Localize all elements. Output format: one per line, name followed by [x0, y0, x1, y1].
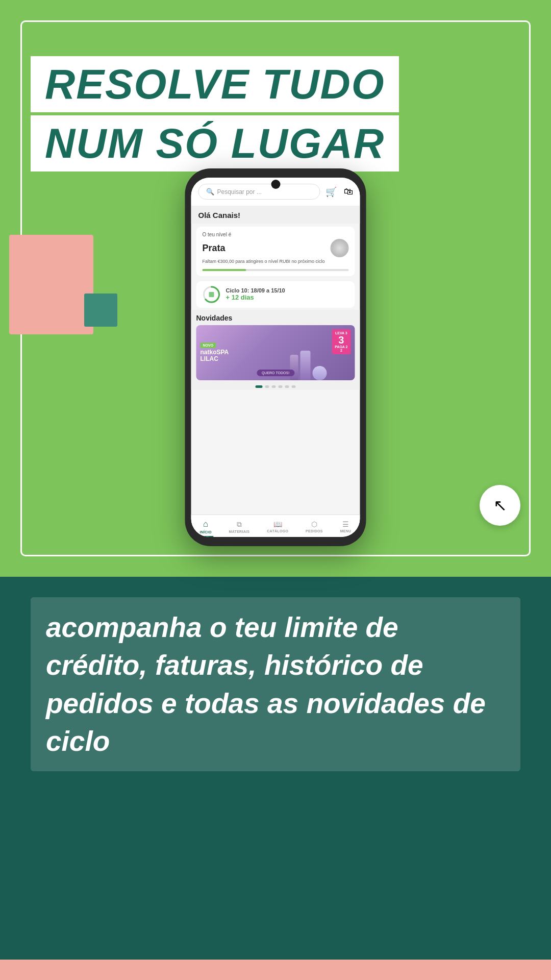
- nav-inicio-label: INÍCIO: [199, 530, 211, 534]
- bottom-nav: ⌂ INÍCIO ⧉ MATERIAIS 📖 CATÁLOGO ⬡ PEDIDO…: [191, 514, 360, 537]
- bottom-pink-accent: [0, 960, 551, 980]
- carousel-dots: [191, 382, 360, 390]
- top-section: RESOLVE TUDO NUM SÓ LUGAR 🔍 Pesquisar po…: [0, 0, 551, 577]
- phone-mockup: 🔍 Pesquisar por ... 🛒 🛍 Olá Canais! O te…: [185, 168, 366, 546]
- nav-materiais-label: MATERIAIS: [229, 530, 250, 533]
- dot-5[interactable]: [285, 385, 289, 388]
- level-description: Faltam €300,00 para atingires o nível RU…: [203, 259, 349, 265]
- cursor-button[interactable]: ↖: [480, 485, 520, 526]
- nav-materiais[interactable]: ⧉ MATERIAIS: [229, 520, 250, 533]
- nav-pedidos-label: PEDIDOS: [306, 529, 323, 533]
- novidades-title: Novidades: [196, 314, 355, 322]
- nav-menu-label: MENU: [340, 529, 352, 533]
- novidades-banner[interactable]: NOVO natkoSPA LILAC LEVA 3 3 PAGA 2 2: [196, 325, 355, 380]
- cycle-days: + 12 dias: [226, 293, 285, 301]
- bottom-text-block: acompanha o teu limite de crédito, fatur…: [31, 597, 520, 771]
- catalogo-icon: 📖: [273, 520, 282, 528]
- level-badge-icon: [331, 239, 349, 257]
- banner-cta[interactable]: QUERO TODOS!: [257, 370, 294, 376]
- pedidos-icon: ⬡: [311, 520, 317, 528]
- dot-6[interactable]: [292, 385, 296, 388]
- home-icon: ⌂: [203, 519, 208, 529]
- banner-products: [290, 351, 327, 380]
- nav-inicio[interactable]: ⌂ INÍCIO: [199, 519, 211, 534]
- level-row: Prata: [203, 239, 349, 257]
- deco-teal-square: [84, 293, 117, 327]
- level-card: O teu nível é Prata Faltam €300,00 para …: [196, 227, 355, 276]
- deco-pink-rectangle: [9, 235, 93, 334]
- materiais-icon: ⧉: [237, 520, 242, 529]
- product-bottle-2: [300, 351, 311, 380]
- phone-screen: 🔍 Pesquisar por ... 🛒 🛍 Olá Canais! O te…: [191, 178, 360, 537]
- nav-pedidos[interactable]: ⬡ PEDIDOS: [306, 520, 323, 533]
- dot-4[interactable]: [279, 385, 283, 388]
- menu-icon: ☰: [342, 520, 349, 528]
- basket-icon[interactable]: 🛒: [325, 186, 337, 198]
- bottom-section: acompanha o teu limite de crédito, fatur…: [0, 577, 551, 980]
- cycle-card: Ciclo 10: 18/09 a 15/10 + 12 dias: [196, 281, 355, 308]
- banner-text: NOVO natkoSPA LILAC: [201, 342, 229, 362]
- level-name: Prata: [203, 243, 226, 254]
- dot-1[interactable]: [256, 385, 263, 388]
- search-input[interactable]: 🔍 Pesquisar por ...: [198, 184, 320, 200]
- product-bottle-1: [290, 355, 298, 380]
- headline-line2: NUM SÓ LUGAR: [31, 115, 399, 172]
- cycle-title: Ciclo 10: 18/09 a 15/10: [226, 287, 285, 293]
- phone-outer: 🔍 Pesquisar por ... 🛒 🛍 Olá Canais! O te…: [185, 168, 366, 546]
- nav-menu[interactable]: ☰ MENU: [340, 520, 352, 533]
- novidades-section: Novidades NOVO natkoSPA LILAC LEVA 3 3: [191, 310, 360, 382]
- headline-block: RESOLVE TUDO NUM SÓ LUGAR: [31, 56, 399, 172]
- phone-header-icons: 🛒 🛍: [325, 186, 353, 198]
- bottom-description: acompanha o teu limite de crédito, fatur…: [46, 608, 505, 760]
- banner-novo-label: NOVO: [201, 342, 216, 348]
- banner-brand: natkoSPA LILAC: [201, 349, 229, 362]
- svg-rect-2: [209, 292, 214, 297]
- banner-promo: LEVA 3 3 PAGA 2 2: [332, 329, 350, 354]
- nav-catalogo[interactable]: 📖 CATÁLOGO: [267, 520, 288, 533]
- greeting: Olá Canais!: [191, 206, 360, 224]
- phone-notch: [271, 180, 280, 189]
- cycle-info: Ciclo 10: 18/09 a 15/10 + 12 dias: [226, 287, 285, 301]
- cycle-icon: [203, 285, 221, 304]
- level-progress-bar: [203, 269, 349, 271]
- level-label: O teu nível é: [203, 232, 349, 237]
- cursor-icon: ↖: [493, 496, 507, 515]
- search-placeholder: Pesquisar por ...: [217, 188, 262, 195]
- level-progress-fill: [203, 269, 246, 271]
- dot-3[interactable]: [272, 385, 276, 388]
- cart-icon[interactable]: 🛍: [344, 186, 353, 198]
- headline-line1: RESOLVE TUDO: [31, 56, 399, 112]
- search-icon: 🔍: [206, 188, 214, 195]
- nav-catalogo-label: CATÁLOGO: [267, 529, 288, 533]
- product-jar: [313, 366, 327, 380]
- dot-2[interactable]: [265, 385, 269, 388]
